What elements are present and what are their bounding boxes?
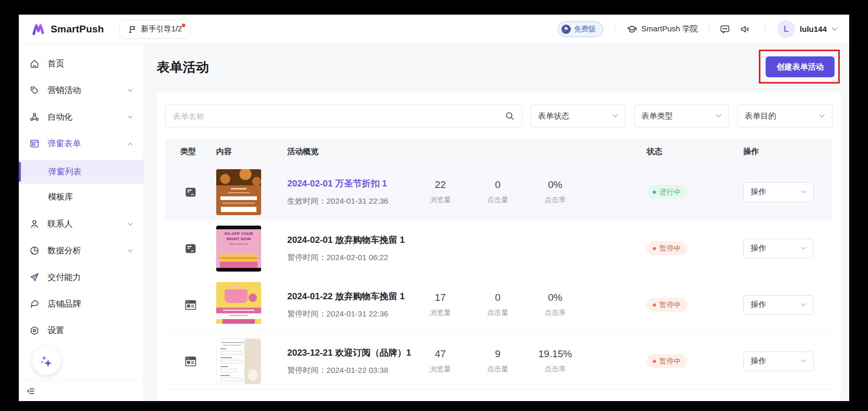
sidebar-item-settings[interactable]: 设置 (19, 320, 144, 341)
brand-logo[interactable]: SmartPush (31, 22, 104, 36)
ai-assistant-button[interactable] (32, 347, 61, 375)
table-row: 2024-02-01 万圣节折扣 1 生效时间：2024-01-31 22:36… (165, 164, 832, 220)
stat-ctr: 19.15%点击率 (526, 348, 584, 374)
page-title: 表单活动 (157, 58, 209, 76)
form-name-search[interactable] (165, 104, 522, 127)
chevron-down-icon (801, 359, 806, 363)
stat-views: 22浏览量 (412, 179, 469, 205)
row-title[interactable]: 2023-12-21 欢迎订阅（品牌）1 (287, 347, 412, 359)
stat-views: 47浏览量 (412, 348, 469, 374)
pie-chart-icon (29, 245, 40, 256)
form-purpose-dropdown[interactable]: 表单目的 (737, 104, 832, 127)
chevron-down-icon (612, 114, 618, 118)
status-badge: 暂停中 (647, 298, 687, 312)
sidebar-item-marketing[interactable]: 营销活动 (19, 80, 144, 101)
brush-icon (29, 299, 40, 309)
chevron-down-icon (801, 190, 806, 194)
automation-icon (29, 112, 40, 122)
search-icon[interactable] (505, 111, 514, 121)
paper-plane-icon (29, 272, 40, 283)
sidebar-item-automation[interactable]: 自动化 (19, 107, 144, 127)
sidebar-item-deliverability[interactable]: 交付能力 (19, 267, 144, 288)
divider (709, 24, 710, 34)
sidebar-item-popup-forms[interactable]: 弹窗表单 (19, 133, 144, 154)
academy-link[interactable]: SmartPush 学院 (627, 24, 698, 34)
form-status-dropdown[interactable]: 表单状态 (531, 104, 626, 127)
onboarding-guide-button[interactable]: 新手引导1/2 (120, 20, 191, 39)
popup-form-icon (29, 138, 40, 149)
smartpush-logo-icon (31, 22, 45, 36)
person-icon (29, 219, 40, 229)
stat-clicks: 0点击量 (469, 292, 526, 318)
row-action-dropdown[interactable]: 操作 (743, 295, 814, 315)
plan-badge[interactable]: ⚑ 免费版 (558, 21, 603, 37)
status-dot (653, 247, 656, 250)
table-header: 类型 内容 活动概览 状态 操作 (165, 139, 832, 164)
content-card: 表单状态 表单类型 表单目的 类型 内容 活动概 (157, 92, 841, 401)
sidebar-item-template-library[interactable]: 模板库 (19, 185, 144, 209)
chevron-down-icon (819, 114, 825, 118)
chevron-down-icon (127, 115, 133, 119)
collapse-sidebar-icon[interactable] (23, 383, 39, 399)
sidebar-item-analytics[interactable]: 数据分析 (19, 240, 144, 261)
sidebar-item-store-brand[interactable]: 店铺品牌 (19, 293, 144, 314)
row-title[interactable]: 2024-01-22 放弃购物车挽留 1 (287, 290, 412, 302)
row-thumbnail[interactable] (216, 169, 261, 215)
row-thumbnail[interactable]: 0% OFF YOUR RIGHT NOW Don't miss out! (216, 226, 261, 272)
sparkles-icon (39, 353, 54, 369)
sidebar-item-home[interactable]: 首页 (19, 53, 144, 74)
table-row: 2024-01-22 放弃购物车挽留 1 暂停时间：2024-01-31 22:… (165, 277, 832, 333)
row-meta: 暂停时间：2024-02-01 06:22 (287, 253, 412, 263)
status-dot (653, 303, 656, 307)
graduation-cap-icon (627, 24, 637, 34)
guide-flag-icon (128, 25, 137, 33)
row-title[interactable]: 2024-02-01 放弃购物车挽留 1 (287, 234, 412, 246)
avatar: L (777, 20, 795, 38)
chevron-down-icon (715, 114, 722, 118)
sidebar-item-contacts[interactable]: 联系人 (19, 214, 144, 234)
create-form-activity-button[interactable]: 创建表单活动 (766, 56, 835, 77)
sidebar-item-popup-list[interactable]: 弹窗列表 (19, 160, 144, 184)
status-badge: 暂停中 (647, 241, 687, 255)
row-action-dropdown[interactable]: 操作 (743, 351, 814, 371)
announcement-speaker-icon[interactable] (736, 20, 754, 38)
sidebar-footer (19, 380, 144, 401)
stat-views: 17浏览量 (412, 292, 469, 318)
sidebar: 首页 营销活动 自动化 弹窗表单 弹 (19, 44, 144, 401)
search-input[interactable] (173, 112, 500, 121)
row-action-dropdown[interactable]: 操作 (743, 182, 814, 202)
chevron-down-icon (127, 222, 133, 226)
row-meta: 暂停时间：2024-01-31 22:36 (287, 309, 412, 319)
row-title-link[interactable]: 2024-02-01 万圣节折扣 1 (287, 178, 412, 190)
app-window: SmartPush 新手引导1/2 ⚑ 免费版 SmartPush 学院 (19, 15, 849, 401)
home-icon (29, 58, 40, 69)
table-row: 0% OFF YOUR RIGHT NOW Don't miss out! 20… (165, 220, 832, 277)
row-thumbnail[interactable] (216, 338, 261, 384)
notification-dot (182, 24, 185, 27)
stat-clicks: 0点击量 (469, 179, 526, 205)
status-badge: 进行中 (647, 185, 687, 199)
user-name: lulu144 (800, 25, 827, 33)
popup-type-icon (184, 186, 207, 198)
chevron-down-icon (801, 246, 806, 250)
embed-page-type-icon (184, 299, 207, 311)
divider (615, 24, 615, 34)
chevron-up-icon (127, 142, 133, 146)
chevron-down-icon (127, 89, 133, 92)
status-dot (653, 191, 656, 194)
chevron-down-icon (831, 27, 838, 31)
form-type-dropdown[interactable]: 表单类型 (634, 104, 729, 127)
divider (765, 24, 766, 34)
popup-type-icon (184, 242, 207, 255)
tag-icon (29, 85, 40, 96)
chevron-down-icon (127, 249, 133, 253)
row-thumbnail[interactable] (216, 282, 261, 328)
status-badge: 暂停中 (647, 354, 687, 368)
user-menu[interactable]: L lulu144 (777, 20, 838, 38)
row-action-dropdown[interactable]: 操作 (743, 239, 814, 259)
top-bar: SmartPush 新手引导1/2 ⚑ 免费版 SmartPush 学院 (19, 15, 849, 44)
feedback-chat-icon[interactable] (716, 20, 734, 38)
row-meta: 暂停时间：2024-01-22 03:38 (287, 366, 412, 375)
stat-clicks: 9点击量 (469, 348, 526, 374)
chevron-down-icon (801, 303, 806, 307)
